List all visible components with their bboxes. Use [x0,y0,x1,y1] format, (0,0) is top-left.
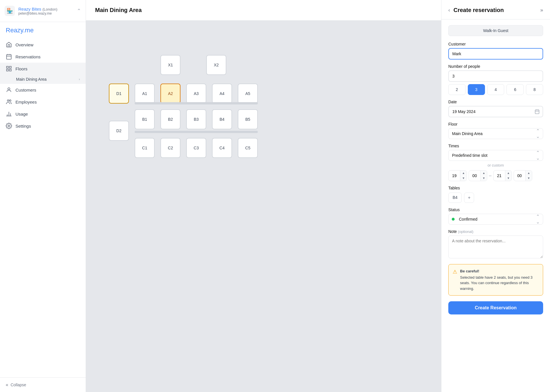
forward-icon[interactable]: » [540,7,543,13]
people-btn-3[interactable]: 3 [468,84,485,95]
note-textarea[interactable] [448,235,543,258]
sidebar-nav: Overview Reservations [0,36,86,377]
end-min-up[interactable]: ▲ [526,171,532,176]
table-b2[interactable]: B2 [160,109,180,129]
table-a3[interactable]: A3 [186,84,206,104]
table-add-button[interactable]: + [464,193,474,203]
people-btn-8[interactable]: 8 [526,84,543,95]
customer-input[interactable] [448,48,543,60]
end-hour-btns: ▲ ▼ [505,171,512,181]
end-hour-up[interactable]: ▲ [505,171,512,176]
people-btn-6[interactable]: 6 [506,84,524,95]
business-icon: 🏪 [5,6,15,16]
times-label: Times [448,144,543,148]
tables-group: Tables B4 + [448,186,543,203]
sidebar-header: 🏪 Reazy Bites (London) peter@bites.reazy… [0,0,86,22]
start-hour-spinner: 19 ▲ ▼ [448,170,467,181]
people-btn-2[interactable]: 2 [448,84,465,95]
walk-in-guest-button[interactable]: Walk-In Guest [448,25,543,36]
start-hour-up[interactable]: ▲ [460,171,467,176]
table-c5[interactable]: C5 [238,138,258,158]
svg-rect-6 [7,69,8,71]
start-min-up[interactable]: ▲ [481,171,487,176]
table-d1[interactable]: D1 [109,84,129,104]
sidebar-sub-item-main-dining[interactable]: Main Dining Area › [0,75,86,84]
sidebar-item-reservations[interactable]: Reservations [0,51,86,63]
or-custom-label: or custom [448,163,543,167]
date-input-wrapper [448,106,543,117]
people-btn-4[interactable]: 4 [487,84,504,95]
times-predefined-select[interactable]: Predefined time slot [448,150,543,161]
people-group: Number of people 2 3 4 6 8 [448,64,543,95]
chevron-right-icon: › [79,77,80,81]
people-input[interactable] [448,70,543,82]
status-select[interactable]: Confirmed [448,214,543,225]
panel-body: Walk-In Guest Customer Number of people … [441,19,550,392]
end-hour-value: 21 [494,171,505,180]
sidebar-item-settings[interactable]: Settings [0,120,86,132]
table-b5[interactable]: B5 [238,109,258,129]
back-icon[interactable]: ‹ [448,7,450,13]
business-name: Reazy Bites (London) [18,7,73,11]
status-label: Status [448,207,543,212]
time-range-row: 19 ▲ ▼ 00 ▲ ▼ – 21 [448,170,543,181]
start-min-spinner: 00 ▲ ▼ [469,170,487,181]
floor-label: Floor [448,122,543,126]
table-x1[interactable]: X1 [160,55,180,75]
svg-rect-7 [9,69,11,71]
table-a2[interactable]: A2 [160,84,180,104]
table-c3[interactable]: C3 [186,138,206,158]
end-min-value: 00 [514,171,525,180]
table-x2[interactable]: X2 [206,55,226,75]
panel-header: ‹ Create reservation » [441,0,550,19]
tables-label: Tables [448,186,543,190]
table-a1[interactable]: A1 [135,84,155,104]
svg-point-10 [9,100,11,102]
sidebar-item-overview[interactable]: Overview [0,39,86,51]
collapse-icon: « [6,382,8,387]
right-panel: ‹ Create reservation » Walk-In Guest Cus… [441,0,550,392]
warning-text: Be careful! Selected table have 2 seats,… [460,268,539,291]
start-min-value: 00 [469,171,480,180]
start-min-btns: ▲ ▼ [480,171,487,181]
table-b3[interactable]: B3 [186,109,206,129]
time-range-dash: – [489,173,492,178]
status-dot [452,218,455,221]
panel-header-left: ‹ Create reservation [448,7,504,13]
date-input[interactable] [448,106,543,117]
table-b1[interactable]: B1 [135,109,155,129]
start-hour-down[interactable]: ▼ [460,176,467,181]
svg-point-15 [8,125,10,127]
status-group: Status Confirmed ⌃⌄ [448,207,543,225]
settings-icon [6,123,12,129]
sidebar-item-usage[interactable]: Usage [0,108,86,120]
times-group: Times Predefined time slot ⌃⌄ or custom … [448,144,543,181]
end-min-down[interactable]: ▼ [526,176,532,181]
sidebar-item-employees[interactable]: Employees [0,96,86,108]
table-a5[interactable]: A5 [238,84,258,104]
sidebar-item-customers[interactable]: Customers [0,84,86,96]
warning-icon: ⚠ [453,269,457,291]
expand-icon[interactable]: ⌃ [77,8,81,14]
svg-rect-4 [7,66,8,68]
calendar-icon [535,109,540,114]
person-icon [6,87,12,93]
end-min-btns: ▲ ▼ [525,171,532,181]
row-divider-ab [135,102,258,104]
sidebar-brand: Reazy Bites (London) peter@bites.reazy.m… [18,7,73,15]
table-a4[interactable]: A4 [212,84,232,104]
start-min-down[interactable]: ▼ [481,176,487,181]
table-c1[interactable]: C1 [135,138,155,158]
table-c4[interactable]: C4 [212,138,232,158]
table-c2[interactable]: C2 [160,138,180,158]
floor-select[interactable]: Main Dining Area [448,128,543,139]
table-b4[interactable]: B4 [212,109,232,129]
svg-point-8 [8,88,10,90]
floor-plan: X1X2A1A2A3A4A5D1D2B1B2B3B4B5C1C2C3C4C5 [86,21,441,390]
customer-label: Customer [448,42,543,46]
end-hour-down[interactable]: ▼ [505,176,512,181]
sidebar-item-floors[interactable]: Floors [0,63,86,75]
collapse-button[interactable]: « Collapse [0,377,86,392]
table-d2[interactable]: D2 [109,121,129,141]
create-reservation-button[interactable]: Create Reservation [448,301,543,314]
